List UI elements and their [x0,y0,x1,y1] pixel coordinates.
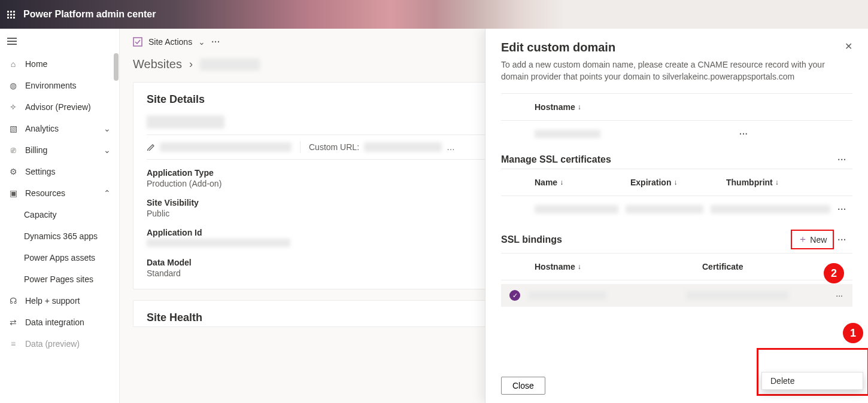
ssl-section-title: Manage SSL certificates [501,154,611,165]
app-title: Power Platform admin center [23,9,156,20]
nav-paassets[interactable]: Power Apps assets [0,247,119,268]
advisor-icon: ✧ [8,102,18,112]
gear-icon: ⚙ [8,167,18,176]
row-more-icon[interactable]: ··· [837,204,846,214]
chevron-up-icon: ⌃ [104,188,111,198]
col-hostname[interactable]: Hostname↓ [535,262,702,271]
callout-badge-1: 1 [843,323,863,343]
bindings-more-icon[interactable]: ··· [837,235,846,245]
nav-label: Help + support [25,296,80,306]
field-application-type: Application Type Production (Add-on) [147,168,484,188]
site-name-value: x [147,115,224,129]
callout-frame-1 [757,348,868,368]
nav-label: Dynamics 365 apps [24,231,98,241]
nav-capacity[interactable]: Capacity [0,204,119,225]
close-icon[interactable]: ✕ [845,41,852,52]
headset-icon: ☊ [8,296,18,306]
nav-scrollbar[interactable] [114,53,119,81]
nav-label: Power Pages sites [24,274,93,284]
row-selected-icon[interactable]: ✓ [509,290,520,301]
new-binding-button[interactable]: ＋ New [791,230,834,249]
new-label: New [810,235,827,245]
field-data-model: Data Model Standard [147,258,484,278]
nav-label: Environments [25,81,77,90]
nav-label: Resources [25,188,65,198]
ssl-cert-row[interactable]: x x x ··· [501,200,852,219]
nav-d365[interactable]: Dynamics 365 apps [0,225,119,247]
nav-data-preview[interactable]: ≡ Data (preview) [0,333,119,355]
nav-billing[interactable]: ⎚ Billing ⌄ [0,139,119,161]
col-name[interactable]: Name↓ [535,178,630,187]
data-icon: ≡ [8,339,18,349]
custom-url-label: Custom URL: [309,142,359,152]
site-url-value: x [160,142,292,152]
breadcrumb-root[interactable]: Websites [133,57,182,71]
hostname-row[interactable]: x ··· [501,124,852,144]
nav-collapse-button[interactable] [0,29,119,53]
nav-label: Home [25,59,47,69]
nav-settings[interactable]: ⚙ Settings [0,161,119,182]
chevron-down-icon: ⌄ [198,37,205,47]
nav-resources[interactable]: ▣ Resources ⌃ [0,182,119,204]
app-launcher-icon[interactable] [7,11,15,19]
billing-icon: ⎚ [8,145,18,155]
nav-dataint[interactable]: ⇄ Data integration [0,312,119,333]
nav-label: Data (preview) [25,339,80,349]
plus-icon: ＋ [798,233,808,246]
data-int-icon: ⇄ [8,317,18,327]
row-more-icon[interactable]: ··· [836,291,843,300]
globe-icon: ◍ [8,81,18,90]
site-actions-menu[interactable]: Site Actions [148,37,192,47]
ssl-columns: Name↓ Expiration↓ Thumbprint↓ [501,173,852,192]
chevron-right-icon: › [189,58,193,71]
chevron-down-icon: ⌄ [104,145,111,155]
bindings-section-title: SSL bindings [501,234,562,245]
nav-label: Analytics [25,124,59,133]
nav-label: Capacity [24,210,56,219]
bindings-columns: Hostname↓ Certificate [501,257,852,276]
binding-row[interactable]: ✓ x x ··· [501,284,852,307]
close-button[interactable]: Close [501,377,545,395]
checkbox-icon [133,37,142,47]
more-icon[interactable]: ··· [211,37,220,47]
hostnames-header: Hostname ↓ [501,97,852,117]
chevron-down-icon: ⌄ [104,124,111,133]
nav-label: Power Apps assets [24,253,95,262]
nav-environments[interactable]: ◍ Environments [0,75,119,96]
nav-label: Settings [25,167,56,176]
panel-description: To add a new custom domain name, please … [501,59,852,83]
nav-help[interactable]: ☊ Help + support [0,290,119,312]
home-icon: ⌂ [8,59,18,69]
field-application-id: Application Id x [147,228,484,248]
breadcrumb-current: x [200,59,260,71]
col-expiration[interactable]: Expiration↓ [630,178,726,187]
left-nav: ⌂ Home ◍ Environments ✧ Advisor (Preview… [0,29,120,403]
edit-custom-domain-panel: Edit custom domain ✕ To add a new custom… [485,29,868,403]
field-site-visibility: Site Visibility Public [147,198,484,218]
row-more-icon[interactable]: ··· [739,129,748,139]
more-icon[interactable]: … [447,142,455,152]
nav-analytics[interactable]: ▧ Analytics ⌄ [0,118,119,139]
top-banner: Power Platform admin center [0,0,868,29]
nav-label: Data integration [25,317,84,327]
nav-home[interactable]: ⌂ Home [0,53,119,75]
nav-ppsites[interactable]: Power Pages sites [0,268,119,290]
col-certificate[interactable]: Certificate [702,262,852,271]
nav-label: Billing [25,145,47,155]
nav-label: Advisor (Preview) [25,102,91,112]
resources-icon: ▣ [8,188,18,198]
card-title: Site Details [147,93,205,106]
col-thumbprint[interactable]: Thumbprint↓ [726,178,852,187]
analytics-icon: ▧ [8,124,18,133]
svg-rect-0 [133,38,142,46]
ssl-section-more-icon[interactable]: ··· [837,155,846,164]
custom-url-value: x [364,142,442,152]
nav-advisor[interactable]: ✧ Advisor (Preview) [0,96,119,118]
col-hostname[interactable]: Hostname ↓ [535,102,581,112]
panel-title: Edit custom domain [501,41,615,54]
sort-down-icon: ↓ [578,103,581,111]
edit-url-icon[interactable] [147,142,155,152]
